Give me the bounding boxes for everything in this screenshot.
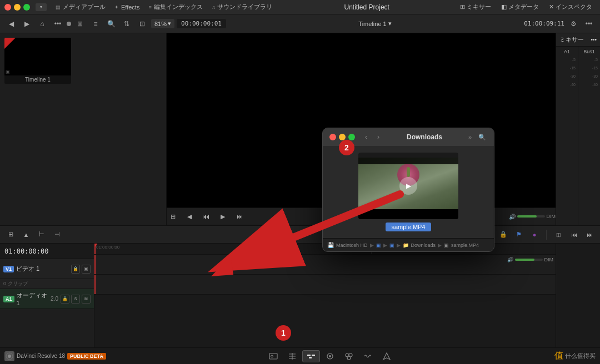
- tab-effects[interactable]: ✦ Effects: [110, 0, 144, 14]
- a1-mute-btn[interactable]: M: [82, 295, 91, 304]
- v1-eye-btn[interactable]: ▣: [82, 265, 91, 274]
- trim-tool[interactable]: ⊢: [36, 229, 48, 241]
- finder-toolbar-right: » 🔍: [465, 132, 487, 142]
- v1-lock-btn[interactable]: 🔒: [71, 265, 80, 274]
- tab-media-pool[interactable]: ▤ メディアプール: [51, 0, 110, 14]
- more-button[interactable]: •••: [51, 17, 64, 31]
- timecode-display-main: 01:00:00:00: [0, 244, 94, 259]
- forward-button[interactable]: ▶: [20, 17, 33, 31]
- marker-btn[interactable]: ●: [528, 229, 541, 241]
- timeline-name-label: Timeline 1 ▾: [358, 20, 391, 27]
- media-item-timeline1[interactable]: ▣ Timeline 1: [4, 38, 71, 84]
- tab-deliver[interactable]: [378, 350, 396, 362]
- zoom-dropdown-icon: ▾: [168, 20, 171, 27]
- a1-solo-btn[interactable]: S: [71, 295, 80, 304]
- a1-lock-btn[interactable]: 🔒: [61, 295, 69, 304]
- app-menu-dropdown[interactable]: ▾: [36, 3, 47, 11]
- finder-min-btn[interactable]: [339, 134, 346, 140]
- finder-search-btn[interactable]: 🔍: [477, 132, 487, 142]
- settings-icon[interactable]: ⚙: [567, 17, 580, 31]
- file-item-sample[interactable]: ▶ sample.MP4: [329, 153, 487, 231]
- play-button-overlay[interactable]: ▶: [399, 177, 417, 195]
- timeline-icon: [4, 38, 16, 49]
- path-file-icon: ▣: [444, 242, 449, 248]
- left-panel: ▣ Timeline 1: [0, 33, 167, 225]
- tab-cut[interactable]: [283, 350, 301, 362]
- timecode-display[interactable]: 00:00:00:01: [177, 19, 226, 28]
- prev-edit-btn[interactable]: ⏮: [568, 229, 580, 241]
- mixer-header: ミキサー •••: [556, 33, 600, 47]
- dynamic-trim[interactable]: ⊣: [51, 229, 63, 241]
- flag-btn[interactable]: ⚑: [513, 229, 525, 241]
- fast-forward-btn[interactable]: ⏭: [233, 210, 246, 223]
- svg-rect-7: [309, 357, 312, 358]
- window-controls: [4, 4, 30, 11]
- back-button[interactable]: ◀: [4, 17, 18, 31]
- menu-right: ⊞ ミキサー ◧ メタデータ ✕ インスペクタ: [457, 3, 596, 11]
- home-button[interactable]: ⌂: [36, 17, 49, 31]
- minimize-button[interactable]: [14, 4, 21, 11]
- mixer-channel-bus1: Bus1 -5-15-30-40: [578, 47, 600, 225]
- tab-fairlight[interactable]: [359, 350, 377, 362]
- preview-volume: 🔊 DIM: [509, 214, 556, 220]
- tab-media[interactable]: [264, 350, 282, 362]
- mixer-channels: A1 -5-15-30-40 Bus1 -5-15-30-40: [556, 47, 600, 225]
- volume-bar[interactable]: [517, 215, 545, 218]
- finder-max-btn[interactable]: [348, 134, 355, 140]
- prev-btn[interactable]: ◀: [183, 210, 196, 223]
- select-tool[interactable]: ▲: [20, 229, 32, 241]
- tab-inspector[interactable]: ✕ インスペクタ: [546, 3, 596, 11]
- path-hd-label: Macintosh HD: [336, 242, 368, 248]
- watermark: 值 什么值得买: [554, 350, 596, 362]
- tab-edit[interactable]: [302, 350, 320, 362]
- tl-vol-fill: [515, 259, 534, 261]
- rewind-btn[interactable]: ⏮: [200, 210, 212, 223]
- zoom-in-btn[interactable]: ◫: [552, 229, 564, 241]
- snap-btn[interactable]: ⊞: [4, 229, 17, 241]
- finder-titlebar: ‹ › Downloads » 🔍: [323, 128, 494, 146]
- film-icon: ▣: [6, 69, 10, 74]
- watermark-text: 什么值得买: [565, 352, 596, 360]
- svg-point-3: [271, 355, 273, 357]
- tab-fusion[interactable]: [321, 350, 339, 362]
- db-marks-bus1: -5-15-30-40: [581, 58, 598, 87]
- tab-color[interactable]: [340, 350, 358, 362]
- channel-bus1-label: Bus1: [583, 49, 595, 54]
- zoom-control[interactable]: 81% ▾: [151, 19, 174, 28]
- tab-metadata[interactable]: ◧ メタデータ: [498, 3, 542, 11]
- maximize-button[interactable]: [23, 4, 30, 11]
- tab-sound-lib[interactable]: ♫ サウンドライブラリ: [207, 0, 277, 14]
- v1-badge: V1: [3, 266, 14, 272]
- finder-more-btn[interactable]: »: [465, 132, 475, 142]
- finder-window[interactable]: ‹ › Downloads » 🔍: [322, 128, 494, 252]
- finder-forward-btn[interactable]: ›: [373, 132, 384, 142]
- search-btn[interactable]: 🔍: [104, 17, 118, 31]
- more-options-icon[interactable]: •••: [582, 17, 596, 31]
- volume-icon: 🔊: [509, 214, 516, 220]
- lock-btn[interactable]: 🔒: [497, 229, 509, 241]
- next-edit-btn[interactable]: ⏭: [583, 229, 596, 241]
- next-btn[interactable]: ▶: [217, 210, 229, 223]
- prev-frame-btn[interactable]: ⊞: [167, 210, 179, 223]
- media-grid: ▣ Timeline 1: [0, 33, 166, 88]
- a1-icons: 🔒 S M: [61, 295, 91, 304]
- path-downloads-label: Downloads: [411, 242, 436, 248]
- tab-mixer[interactable]: ⊞ ミキサー: [457, 3, 494, 11]
- timeline-dropdown-icon[interactable]: ▾: [388, 20, 392, 27]
- film-strip-top: [358, 158, 458, 164]
- finder-back-btn[interactable]: ‹: [361, 132, 372, 142]
- close-button[interactable]: [4, 4, 11, 11]
- list-view[interactable]: ≡: [89, 17, 102, 31]
- extra-btn[interactable]: ⊡: [136, 17, 149, 31]
- mixer-more-icon[interactable]: •••: [591, 37, 597, 43]
- coin-icon: 值: [554, 350, 563, 362]
- grid-view[interactable]: ⊞: [73, 17, 87, 31]
- tl-vol-bar[interactable]: [515, 259, 543, 261]
- sort-btn[interactable]: ⇅: [120, 17, 133, 31]
- tab-edit-index[interactable]: ≡ 編集インデックス: [144, 0, 207, 14]
- finder-close-btn[interactable]: [329, 134, 336, 140]
- path-sep-4: ▶: [438, 242, 442, 248]
- effects-icon: ✦: [114, 4, 119, 10]
- finder-content: ▶ sample.MP4: [323, 146, 494, 238]
- path-sep-3: ▶: [397, 242, 401, 248]
